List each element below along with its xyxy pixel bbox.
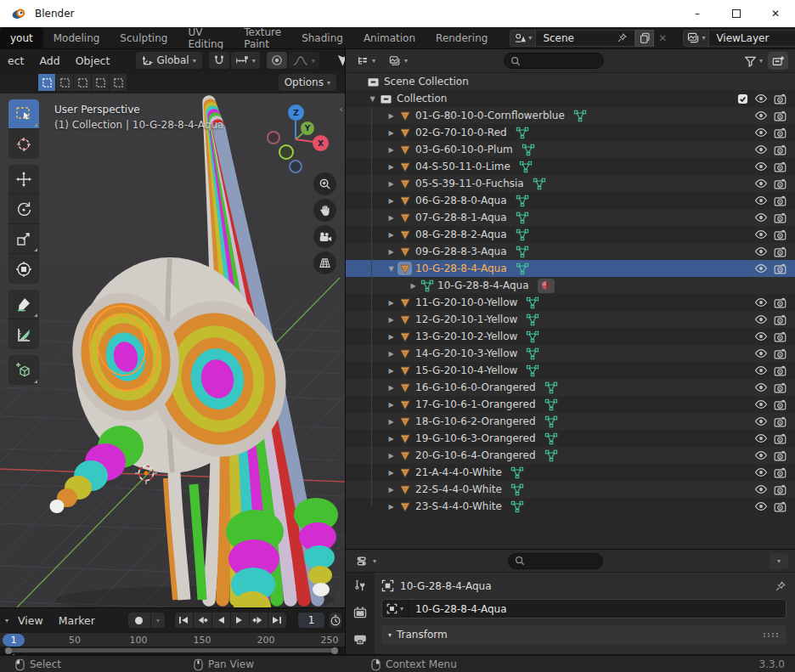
outliner-row-20-g-10-6-4-orangered[interactable]: ▶20-G-10-6-4-Orangered — [346, 447, 795, 464]
timeline-ruler[interactable]: 50100150200250 1 — [0, 632, 345, 647]
outliner-row-04-s-50-11-0-lime[interactable]: ▶04-S-50-11-0-Lime — [346, 158, 795, 175]
gizmo-axis-neg-y[interactable] — [279, 144, 294, 160]
outliner-row-01-g-80-10-0-cornflowerblue[interactable]: ▶01-G-80-10-0-Cornflowerblue — [346, 107, 795, 124]
disable-render-toggle[interactable] — [774, 467, 787, 478]
workspace-tab-animation[interactable]: Animation — [353, 27, 426, 49]
tool-cursor[interactable] — [8, 129, 39, 159]
disclosure-closed-icon[interactable]: ▶ — [385, 248, 398, 256]
outliner-item-label[interactable]: 10-G-28-8-4-Aqua — [415, 263, 507, 274]
outliner-row-10-g-28-8-4-aqua-data[interactable]: ▶10-G-28-8-4-Aqua — [346, 277, 795, 294]
menu-add[interactable]: Add — [31, 54, 67, 67]
disable-render-toggle[interactable] — [774, 127, 787, 138]
properties-tab-output[interactable] — [353, 632, 367, 645]
disclosure-closed-icon[interactable]: ▶ — [385, 299, 398, 307]
next-keyframe-button[interactable] — [250, 613, 268, 628]
disclosure-closed-icon[interactable]: ▶ — [385, 197, 398, 205]
hide-viewport-toggle[interactable] — [754, 212, 768, 223]
outliner-item-label[interactable]: 11-G-20-10-0-Yellow — [415, 296, 517, 308]
hide-viewport-toggle[interactable] — [754, 229, 768, 240]
select-mode-invert[interactable] — [92, 74, 109, 91]
outliner-row-08-g-28-8-2-aqua[interactable]: ▶08-G-28-8-2-Aqua — [346, 226, 795, 243]
outliner-item-label[interactable]: 12-G-20-10-1-Yellow — [415, 313, 517, 325]
outliner-item-label[interactable]: 08-G-28-8-2-Aqua — [415, 229, 507, 240]
outliner-item-label[interactable]: 10-G-28-8-4-Aqua — [437, 280, 529, 291]
disclosure-closed-icon[interactable]: ▶ — [385, 350, 398, 358]
outliner-row-scene-collection[interactable]: Scene Collection — [346, 73, 795, 90]
object-name-field[interactable]: ▾ 10-G-28-8-4-Aqua — [381, 599, 787, 618]
scene-unlink-button[interactable]: ✕ — [654, 30, 671, 47]
nav-camera-button[interactable] — [313, 225, 336, 248]
disable-render-toggle[interactable] — [774, 161, 787, 172]
hide-viewport-toggle[interactable] — [754, 416, 768, 426]
nav-zoom-button[interactable] — [313, 172, 336, 195]
outliner-row-07-g-28-8-1-aqua[interactable]: ▶07-G-28-8-1-Aqua — [346, 209, 795, 226]
proportional-editing-button[interactable] — [267, 52, 287, 69]
workspace-tab-modeling[interactable]: Modeling — [43, 27, 110, 49]
outliner-row-06-g-28-8-0-aqua[interactable]: ▶06-G-28-8-0-Aqua — [346, 192, 795, 209]
outliner-item-label[interactable]: 22-S-4-4-0-White — [415, 483, 502, 495]
disclosure-closed-icon[interactable]: ▶ — [385, 333, 398, 341]
tool-scale[interactable] — [8, 224, 39, 254]
snap-settings-dropdown[interactable]: ▾ — [231, 52, 260, 69]
disable-render-toggle[interactable] — [774, 348, 787, 359]
jump-end-button[interactable] — [268, 613, 286, 628]
disclosure-closed-icon[interactable]: ▶ — [385, 384, 398, 392]
properties-tab-render[interactable] — [353, 607, 367, 618]
auto-keying-toggle[interactable] — [128, 613, 150, 628]
disable-render-toggle[interactable] — [774, 450, 787, 461]
properties-options-chevron[interactable]: ▾ — [770, 553, 788, 569]
outliner-item-label[interactable]: 20-G-10-6-4-Orangered — [415, 449, 536, 461]
viewlayer-name[interactable]: ViewLayer — [708, 30, 795, 47]
timeline-scrollbar-thumb[interactable] — [7, 648, 335, 652]
properties-pin-icon[interactable] — [775, 580, 787, 592]
outliner-item-label[interactable]: Collection — [397, 93, 447, 104]
disclosure-closed-icon[interactable]: ▶ — [385, 146, 398, 154]
workspace-tab-rendering[interactable]: Rendering — [426, 27, 498, 49]
proportional-falloff-dropdown[interactable]: ▾ — [289, 52, 319, 69]
disable-render-toggle[interactable] — [774, 484, 787, 495]
outliner-row-03-g-60-10-0-plum[interactable]: ▶03-G-60-10-0-Plum — [346, 141, 795, 158]
hide-viewport-toggle[interactable] — [754, 144, 768, 155]
disclosure-closed-icon[interactable]: ▶ — [407, 282, 420, 290]
current-frame-badge[interactable]: 1 — [3, 634, 25, 647]
options-dropdown[interactable]: Options▾ — [279, 74, 336, 91]
transform-orientation-dropdown[interactable]: Global▾ — [136, 52, 201, 69]
outliner-row-18-g-10-6-2-orangered[interactable]: ▶18-G-10-6-2-Orangered — [346, 413, 795, 430]
panel-grip[interactable] — [764, 633, 780, 637]
navigation-gizmo[interactable]: Z Y X — [262, 102, 326, 175]
nav-ortho-button[interactable] — [313, 251, 336, 274]
menu-marker[interactable]: Marker — [51, 614, 103, 627]
outliner-row-23-s-4-4-0-white[interactable]: ▶23-S-4-4-0-White — [346, 498, 795, 515]
tool-select-box[interactable] — [8, 99, 39, 129]
disclosure-open-icon[interactable]: ▼ — [385, 265, 398, 273]
disclosure-closed-icon[interactable]: ▶ — [385, 163, 398, 171]
outliner-row-17-g-10-6-1-orangered[interactable]: ▶17-G-10-6-1-Orangered — [346, 396, 795, 413]
auto-keying-dropdown[interactable]: ▾ — [151, 613, 165, 628]
menu-object[interactable]: Object — [68, 54, 118, 67]
snap-toggle-button[interactable] — [209, 52, 229, 69]
disable-render-toggle[interactable] — [774, 229, 787, 240]
gizmo-axis-z[interactable]: Z — [288, 104, 304, 121]
hide-viewport-toggle[interactable] — [754, 297, 768, 308]
hide-viewport-toggle[interactable] — [754, 331, 768, 342]
menu-view[interactable]: View — [10, 614, 51, 627]
disable-render-toggle[interactable] — [774, 144, 787, 155]
object-name-icon-dropdown[interactable]: ▾ — [382, 600, 409, 618]
outliner-row-21-a-4-4-0-white[interactable]: ▶21-A-4-4-0-White — [346, 464, 795, 481]
scrollbar-knob-left[interactable] — [5, 647, 12, 654]
outliner-row-05-s-39-11-0-fuchsia[interactable]: ▶05-S-39-11-0-Fuchsia — [346, 175, 795, 192]
outliner-row-09-g-28-8-3-aqua[interactable]: ▶09-G-28-8-3-Aqua — [346, 243, 795, 260]
outliner-item-label[interactable]: 03-G-60-10-0-Plum — [415, 144, 513, 155]
jump-start-button[interactable] — [175, 613, 193, 628]
hide-viewport-toggle[interactable] — [754, 365, 768, 376]
disclosure-closed-icon[interactable]: ▶ — [385, 316, 398, 324]
scene-name[interactable]: Scene — [535, 30, 635, 47]
viewlayer-icon[interactable]: ▾ — [683, 30, 708, 47]
disable-render-toggle[interactable] — [774, 195, 787, 206]
hide-viewport-toggle[interactable] — [754, 110, 768, 121]
disclosure-closed-icon[interactable]: ▶ — [385, 469, 398, 477]
select-mode-extend[interactable] — [56, 74, 73, 91]
outliner-filter-collection-dropdown[interactable]: ▾ — [385, 53, 412, 70]
outliner-item-label[interactable]: 18-G-10-6-2-Orangered — [415, 415, 536, 427]
play-reverse-button[interactable] — [212, 613, 230, 628]
